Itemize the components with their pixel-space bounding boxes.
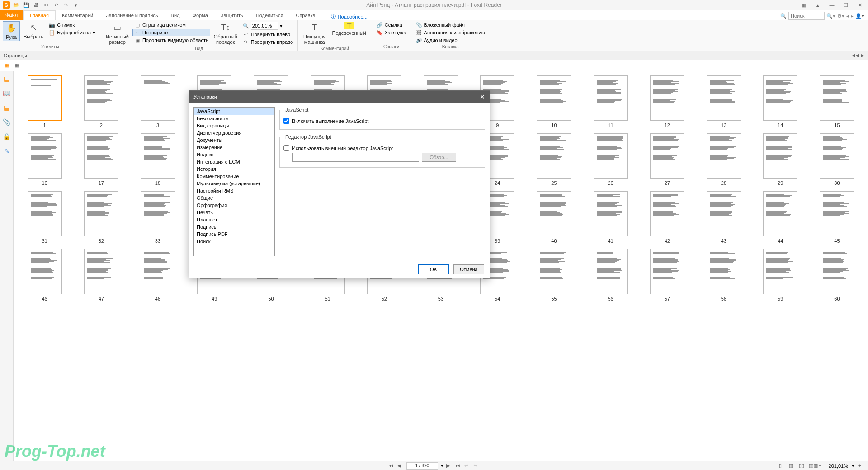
prev-page-icon[interactable]: ◀	[397, 463, 404, 469]
page-thumbnail[interactable]	[650, 249, 684, 294]
panel-right-icon[interactable]: ▶	[861, 53, 864, 58]
page-thumbnail[interactable]	[707, 133, 741, 179]
page-thumbnail[interactable]	[820, 133, 854, 179]
qat-dropdown-icon[interactable]: ▾	[72, 1, 80, 9]
category-item[interactable]: Индекс	[194, 151, 274, 158]
category-item[interactable]: История	[194, 165, 274, 173]
continuous-facing-icon[interactable]: ▥▥	[809, 463, 815, 469]
thumb-options-icon[interactable]: ▦	[14, 62, 20, 69]
maximize-button[interactable]: ☐	[840, 1, 852, 9]
page-thumbnail[interactable]	[141, 191, 175, 236]
editor-path-input[interactable]	[292, 153, 419, 162]
page-thumbnail[interactable]	[763, 249, 797, 294]
panel-left-icon[interactable]: ◀◀	[852, 53, 859, 58]
page-thumbnail[interactable]	[594, 75, 628, 121]
sidebar-security-icon[interactable]: 🔒	[3, 132, 11, 141]
attach-button[interactable]: 📎Вложенный файл	[414, 21, 487, 28]
close-button[interactable]: ✕	[854, 1, 866, 9]
page-thumbnail[interactable]	[28, 133, 62, 179]
tab-file[interactable]: Файл	[0, 9, 23, 20]
category-item[interactable]: Подпись PDF	[194, 230, 274, 238]
audio-video-button[interactable]: 🔊Аудио и видео	[414, 37, 487, 44]
category-item[interactable]: Планшет	[194, 216, 274, 223]
rotate-right-button[interactable]: ↷Повернуть вправо	[241, 38, 295, 46]
ok-button[interactable]: OK	[418, 264, 449, 274]
tab-form[interactable]: Форма	[186, 11, 214, 20]
page-thumbnail[interactable]	[537, 191, 571, 236]
search-input[interactable]	[788, 12, 825, 20]
bookmark-button[interactable]: 🔖Закладка	[375, 29, 408, 36]
undo-icon[interactable]: ↶	[52, 1, 60, 9]
page-thumbnail[interactable]	[650, 191, 684, 236]
category-item[interactable]: Настройки RMS	[194, 187, 274, 194]
more-link[interactable]: ⓘПодробнее...	[331, 13, 368, 20]
sidebar-bookmarks-icon[interactable]: 📖	[3, 89, 11, 97]
clipboard-button[interactable]: 📋Буфер обмена ▾	[47, 29, 97, 36]
page-thumbnail[interactable]	[650, 133, 684, 179]
zoom-input[interactable]	[251, 22, 278, 30]
page-thumbnail[interactable]	[707, 75, 741, 121]
category-item[interactable]: Орфография	[194, 202, 274, 209]
page-thumbnail[interactable]	[707, 249, 741, 294]
user-icon[interactable]: 👤▾	[855, 13, 864, 19]
dialog-titlebar[interactable]: Установки ✕	[189, 91, 490, 103]
hand-tool-button[interactable]: ✋ Рука	[3, 21, 20, 41]
page-thumbnail[interactable]	[141, 249, 175, 294]
highlight-button[interactable]: T Подсвеченный	[330, 21, 369, 37]
category-item[interactable]: Измерение	[194, 144, 274, 151]
page-thumbnail[interactable]	[763, 75, 797, 121]
last-page-icon[interactable]: ⏭	[455, 463, 462, 469]
page-thumbnail[interactable]	[84, 191, 118, 236]
link-button[interactable]: 🔗Ссылка	[375, 21, 408, 28]
print-icon[interactable]: 🖶	[33, 1, 40, 9]
tab-help[interactable]: Справка	[289, 11, 321, 20]
save-icon[interactable]: 💾	[23, 1, 30, 9]
select-tool-button[interactable]: ↖ Выбрать	[21, 21, 46, 40]
tab-share[interactable]: Поделиться	[250, 11, 290, 20]
page-dropdown-icon[interactable]: ▾	[441, 463, 443, 469]
page-thumbnail[interactable]	[820, 249, 854, 294]
actual-size-button[interactable]: ▭ Истинный размер	[103, 21, 132, 46]
minimize-button[interactable]: —	[826, 1, 838, 9]
browse-button[interactable]: Обзор...	[422, 153, 456, 162]
page-thumbnail[interactable]	[28, 249, 62, 294]
category-item[interactable]: Вид страницы	[194, 122, 274, 129]
category-item[interactable]: Подпись	[194, 223, 274, 230]
category-item[interactable]: Диспетчер доверия	[194, 129, 274, 136]
page-thumbnail[interactable]	[763, 133, 797, 179]
continuous-icon[interactable]: ▥	[789, 463, 795, 469]
page-thumbnail[interactable]	[28, 191, 62, 236]
enable-js-checkbox[interactable]	[283, 118, 289, 124]
page-thumbnail[interactable]	[28, 75, 62, 121]
typewriter-button[interactable]: T Пишущая машинка	[301, 21, 329, 46]
category-list[interactable]: JavaScriptБезопасностьВид страницыДиспет…	[193, 107, 275, 256]
tab-fill-sign[interactable]: Заполнение и подпись	[99, 11, 164, 20]
zoom-dropdown-icon[interactable]: ▾	[852, 463, 854, 469]
category-item[interactable]: Поиск	[194, 238, 274, 245]
ribbon-collapse-icon[interactable]: ▴	[811, 1, 824, 9]
page-thumbnail[interactable]	[537, 249, 571, 294]
sidebar-signatures-icon[interactable]: ✎	[3, 147, 11, 155]
rotate-left-button[interactable]: ↶Повернуть влево	[241, 31, 295, 38]
page-thumbnail[interactable]	[763, 191, 797, 236]
open-icon[interactable]: 📂	[13, 1, 20, 9]
page-thumbnail[interactable]	[707, 191, 741, 236]
snapshot-button[interactable]: 📷Снимок	[47, 21, 97, 28]
page-thumbnail[interactable]	[537, 133, 571, 179]
category-item[interactable]: Документы	[194, 136, 274, 144]
image-annotation-button[interactable]: 🖼Аннотация к изображению	[414, 29, 487, 36]
page-thumbnail[interactable]	[141, 133, 175, 179]
full-page-button[interactable]: ▢Страница целиком	[132, 21, 210, 28]
next-page-icon[interactable]: ▶	[446, 463, 453, 469]
facing-icon[interactable]: ▯▯	[799, 463, 805, 469]
page-thumbnail[interactable]	[537, 75, 571, 121]
page-thumbnail[interactable]	[650, 75, 684, 121]
fit-visible-button[interactable]: ▣Подогнать видимую область	[132, 37, 210, 44]
single-page-icon[interactable]: ▯	[779, 463, 785, 469]
page-thumbnail[interactable]	[84, 249, 118, 294]
nav-prev-icon[interactable]: ◂	[846, 13, 849, 19]
page-thumbnail[interactable]	[84, 75, 118, 121]
settings-gear-icon[interactable]: ⚙▾	[837, 13, 844, 19]
tab-protect[interactable]: Защитить	[214, 11, 250, 20]
tab-comments[interactable]: Комментарий	[56, 11, 99, 20]
